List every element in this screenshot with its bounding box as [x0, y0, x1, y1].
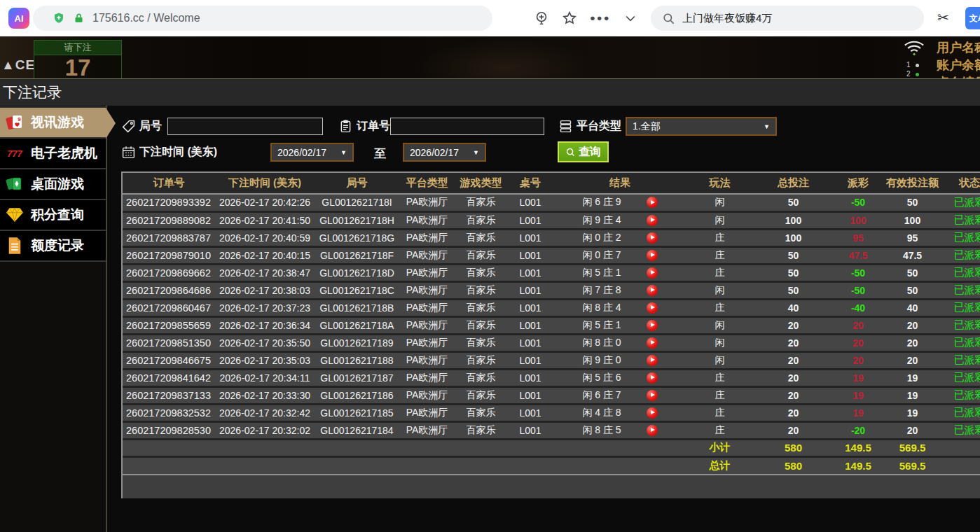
chevron-down-icon[interactable] — [623, 11, 637, 25]
replay-video-icon[interactable] — [647, 355, 658, 366]
total-bet: 580 — [753, 456, 834, 474]
cell-round-number: GL00126217189 — [315, 334, 399, 351]
cell-total-bet: 20 — [753, 334, 834, 351]
replay-video-icon[interactable] — [647, 302, 658, 314]
query-button[interactable]: 查询 — [558, 141, 609, 162]
more-menu-icon[interactable]: ●●● — [590, 10, 611, 26]
table-row: 260217209841642 2026-02-17 20:34:11 GL00… — [123, 369, 980, 386]
round-number-input[interactable] — [167, 118, 323, 135]
cell-bet-time: 2026-02-17 20:32:42 — [215, 404, 315, 421]
table-row: 260217209879010 2026-02-17 20:40:15 GL00… — [123, 246, 980, 264]
table-row: 260217209828530 2026-02-17 20:32:02 GL00… — [123, 421, 980, 439]
table-row: 260217209864686 2026-02-17 20:38:03 GL00… — [123, 281, 980, 299]
cell-play-type: 庄 — [686, 264, 753, 281]
url-text[interactable]: 175616.cc / Welcome — [92, 12, 200, 24]
cell-payout: 47.5 — [834, 246, 883, 264]
table-header-row: 订单号下注时间 (美东)局号平台类型游戏类型桌号结果玩法总投注派彩有效投注额状态 — [123, 173, 980, 194]
replay-video-icon[interactable] — [647, 232, 658, 244]
cell-play-type: 闲 — [686, 194, 753, 211]
replay-video-icon[interactable] — [647, 197, 658, 208]
collect-icon[interactable] — [534, 10, 549, 26]
cell-play-type: 闲 — [686, 281, 753, 299]
cell-game-type: 百家乐 — [455, 369, 507, 386]
address-bar[interactable]: 175616.cc / Welcome — [33, 6, 492, 31]
cell-round-number: GL00126217185 — [315, 404, 399, 421]
replay-video-icon[interactable] — [647, 215, 658, 226]
cell-order-number: 260217209869662 — [123, 264, 215, 281]
sidebar-item-quota-records[interactable]: 额度记录 — [0, 231, 106, 262]
sidebar-item-table-games[interactable]: 桌面游戏 — [0, 169, 106, 200]
browser-search-box[interactable]: 上门做年夜饭赚4万 — [651, 6, 924, 31]
sidebar: 9 视讯游戏 777 电子老虎机 桌面游戏 积分查询 额度记录 — [0, 106, 106, 532]
cell-status: 已派彩 — [942, 369, 980, 386]
cell-total-bet: 20 — [753, 421, 834, 439]
shield-plus-icon[interactable] — [53, 12, 65, 24]
replay-video-icon[interactable] — [647, 425, 658, 436]
caret-down-icon: ▼ — [340, 149, 347, 156]
cell-total-bet: 20 — [753, 351, 834, 369]
column-header: 局号 — [315, 173, 399, 194]
date-to-select[interactable]: 2026/02/17▼ — [403, 143, 486, 162]
countdown-number: 17 — [34, 55, 121, 79]
column-header: 桌号 — [507, 173, 553, 194]
sidebar-item-points-query[interactable]: 积分查询 — [0, 200, 106, 231]
replay-video-icon[interactable] — [647, 285, 658, 296]
cell-game-type: 百家乐 — [455, 264, 507, 281]
sidebar-item-label: 额度记录 — [31, 237, 84, 255]
table-row: 260217209851350 2026-02-17 20:35:50 GL00… — [123, 334, 980, 351]
sidebar-item-video-games[interactable]: 9 视讯游戏 — [0, 108, 106, 139]
bet-records-table-wrap: 订单号下注时间 (美东)局号平台类型游戏类型桌号结果玩法总投注派彩有效投注额状态… — [121, 172, 980, 498]
browser-ai-logo-icon[interactable]: AI — [8, 8, 29, 29]
green-cards-icon — [4, 175, 25, 193]
cell-valid-bet: 19 — [883, 404, 942, 421]
replay-video-icon[interactable] — [647, 372, 658, 384]
cell-payout: 20 — [834, 351, 883, 369]
cell-play-type: 闲 — [686, 351, 753, 369]
replay-video-icon[interactable] — [647, 390, 658, 401]
total-label: 总计 — [686, 456, 753, 474]
replay-video-icon[interactable] — [647, 267, 658, 279]
cell-total-bet: 50 — [753, 264, 834, 281]
cell-payout: 95 — [834, 229, 883, 246]
translate-icon[interactable]: 文A — [965, 7, 980, 29]
cell-status: 已派彩 — [942, 334, 980, 351]
cell-total-bet: 20 — [753, 386, 834, 404]
line-selector[interactable]: 1 2 — [906, 60, 919, 78]
cell-game-type: 百家乐 — [455, 404, 507, 421]
sidebar-item-label: 桌面游戏 — [31, 175, 84, 193]
cell-play-type: 庄 — [686, 404, 753, 421]
table-row: 260217209855659 2026-02-17 20:36:34 GL00… — [123, 316, 980, 334]
column-header: 总投注 — [753, 173, 834, 194]
cell-game-type: 百家乐 — [455, 421, 507, 439]
search-icon — [662, 12, 675, 25]
cell-round-number: GL00126217188 — [315, 351, 399, 369]
cell-table-number: L001 — [507, 386, 553, 404]
star-bookmark-icon[interactable] — [562, 10, 577, 26]
main-panel: 局号 订单号 平台类型 1.全部▼ 下注时间 (美东) 2026/02/17▼ … — [107, 106, 980, 532]
replay-video-icon[interactable] — [647, 250, 658, 261]
cell-result: 闲 5 庄 6 — [553, 369, 686, 386]
date-from-select[interactable]: 2026/02/17▼ — [270, 143, 354, 162]
sidebar-item-slots[interactable]: 777 电子老虎机 — [0, 139, 106, 169]
table-row: 260217209832532 2026-02-17 20:32:42 GL00… — [123, 404, 980, 421]
cell-result: 闲 0 庄 7 — [553, 246, 686, 264]
replay-video-icon[interactable] — [647, 337, 658, 349]
cell-platform: PA欧洲厅 — [399, 246, 455, 264]
cell-platform: PA欧洲厅 — [399, 264, 455, 281]
cell-game-type: 百家乐 — [455, 211, 507, 229]
cell-platform: PA欧洲厅 — [399, 211, 455, 229]
order-number-input[interactable] — [390, 118, 544, 135]
cell-round-number: GL00126217187 — [315, 369, 399, 386]
cell-bet-time: 2026-02-17 20:33:30 — [215, 386, 315, 404]
cell-game-type: 百家乐 — [455, 229, 507, 246]
column-header: 下注时间 (美东) — [215, 173, 315, 194]
platform-type-select[interactable]: 1.全部▼ — [626, 117, 777, 136]
cell-order-number: 260217209889082 — [123, 211, 215, 229]
replay-video-icon[interactable] — [647, 407, 658, 419]
cell-bet-time: 2026-02-17 20:37:23 — [215, 299, 315, 316]
replay-video-icon[interactable] — [647, 320, 658, 331]
cell-table-number: L001 — [507, 404, 553, 421]
screenshot-scissors-icon[interactable]: ✂ — [937, 9, 949, 26]
cell-total-bet: 50 — [753, 246, 834, 264]
cell-valid-bet: 20 — [883, 316, 942, 334]
